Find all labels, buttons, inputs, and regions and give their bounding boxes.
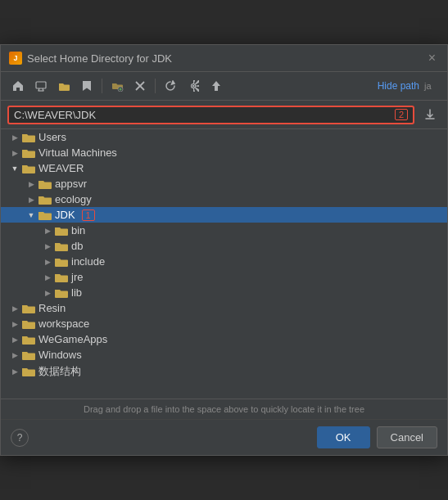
label-resin: Resin <box>38 302 66 314</box>
toolbar: Hide path ja <box>1 72 447 101</box>
tree-item-lib[interactable]: ▶ lib <box>1 285 447 300</box>
arrow-resin: ▶ <box>7 304 22 313</box>
close-button[interactable]: × <box>425 50 439 66</box>
up-btn[interactable] <box>206 76 227 96</box>
title-bar: J Select Home Directory for JDK × <box>1 45 447 72</box>
path-input[interactable] <box>14 109 390 121</box>
toolbar-separator-1 <box>102 79 102 93</box>
label-bin: bin <box>71 224 85 236</box>
folder-icon-jre <box>55 273 68 282</box>
tree-item-windows[interactable]: ▶ Windows <box>1 347 447 363</box>
path-row: 2 <box>1 101 447 129</box>
svg-marker-9 <box>172 81 175 84</box>
label-weaver: WEAVER <box>38 162 84 174</box>
tree-item-weaver[interactable]: ▼ WEAVER <box>1 160 447 176</box>
path-badge: 2 <box>395 109 408 120</box>
label-ecology: ecology <box>55 193 92 205</box>
download-btn[interactable] <box>419 105 441 124</box>
path-input-wrap: 2 <box>7 106 414 124</box>
delete-btn[interactable] <box>129 76 151 96</box>
ok-button[interactable]: OK <box>317 426 370 448</box>
folder-icon-lib <box>55 288 68 298</box>
help-button[interactable]: ? <box>11 429 29 447</box>
folder-icon-windows <box>22 350 35 360</box>
arrow-include: ▶ <box>40 258 55 266</box>
jdk-badge: 1 <box>82 209 95 221</box>
app-icon: J <box>9 52 22 65</box>
label-workspace: workspace <box>38 318 89 330</box>
label-jre: jre <box>71 271 83 283</box>
settings-btn[interactable] <box>183 76 204 96</box>
folder-icon-wegameapps <box>22 335 35 345</box>
arrow-appsvr: ▶ <box>24 180 38 188</box>
arrow-wegameapps: ▶ <box>7 336 22 344</box>
folder-icon-resin <box>22 304 35 313</box>
bookmark-btn[interactable] <box>76 76 97 96</box>
cancel-button[interactable]: Cancel <box>377 426 437 448</box>
folder-icon-users <box>22 133 35 142</box>
arrow-ecology: ▶ <box>24 196 38 204</box>
tree-item-users[interactable]: ▶ Users <box>1 129 447 145</box>
hide-path-button[interactable]: Hide path <box>374 79 423 93</box>
label-db: db <box>71 240 83 252</box>
folder-icon-include <box>55 257 68 267</box>
new-folder-btn[interactable] <box>106 76 128 96</box>
tree-item-resin[interactable]: ▶ Resin <box>1 300 447 316</box>
arrow-jre: ▶ <box>40 273 55 282</box>
tree-item-db[interactable]: ▶ db <box>1 238 447 254</box>
folder-icon-db <box>55 241 68 251</box>
home-btn[interactable] <box>7 76 29 96</box>
folder-icon-vms <box>22 148 35 158</box>
tree-item-appsvr[interactable]: ▶ appsvr <box>1 176 447 191</box>
label-jdk: JDK <box>55 209 75 221</box>
tree-item-include[interactable]: ▶ include <box>1 254 447 269</box>
tree-item-ecology[interactable]: ▶ ecology <box>1 191 447 207</box>
folder-icon-datastructures <box>22 367 35 376</box>
arrow-db: ▶ <box>40 242 55 250</box>
title-bar-left: J Select Home Directory for JDK <box>9 52 172 65</box>
extra-label: ja <box>424 81 441 91</box>
folder-icon-appsvr <box>38 179 52 189</box>
tree-item-jre[interactable]: ▶ jre <box>1 269 447 285</box>
folder-icon-weaver <box>22 164 35 173</box>
label-datastructures: 数据结构 <box>38 364 81 379</box>
label-vms: Virtual Machines <box>38 146 117 159</box>
arrow-windows: ▶ <box>7 351 22 359</box>
arrow-users: ▶ <box>7 133 22 142</box>
desktop-btn[interactable] <box>30 76 52 96</box>
arrow-bin: ▶ <box>40 227 55 235</box>
footer-actions: OK Cancel <box>317 426 437 448</box>
tree-item-bin[interactable]: ▶ bin <box>1 223 447 238</box>
label-users: Users <box>38 131 66 143</box>
tree-item-jdk[interactable]: ▼ JDK 1 <box>1 207 447 223</box>
arrow-datastructures: ▶ <box>7 367 22 376</box>
arrow-weaver: ▼ <box>7 164 22 173</box>
svg-point-12 <box>192 85 194 87</box>
label-appsvr: appsvr <box>55 178 87 190</box>
refresh-btn[interactable] <box>160 76 181 96</box>
tree-item-datastructures[interactable]: ▶ 数据结构 <box>1 363 447 381</box>
folder-open-btn[interactable] <box>53 76 75 96</box>
label-windows: Windows <box>38 349 82 361</box>
dialog-title: Select Home Directory for JDK <box>27 52 172 65</box>
label-include: include <box>71 255 105 268</box>
tree-item-wegameapps[interactable]: ▶ WeGameApps <box>1 331 447 347</box>
arrow-jdk: ▼ <box>24 211 38 219</box>
folder-icon-jdk <box>38 210 52 220</box>
arrow-lib: ▶ <box>40 289 55 297</box>
arrow-workspace: ▶ <box>7 320 22 328</box>
label-lib: lib <box>71 286 82 299</box>
drag-hint: Drag and drop a file into the space abov… <box>1 399 447 420</box>
tree-item-vms[interactable]: ▶ Virtual Machines <box>1 145 447 160</box>
label-wegameapps: WeGameApps <box>38 333 107 345</box>
file-tree[interactable]: ▶ Users ▶ Virtual Machines ▼ WEAVER ▶ ap… <box>1 129 447 399</box>
toolbar-separator-2 <box>155 79 156 93</box>
tree-item-workspace[interactable]: ▶ workspace <box>1 316 447 331</box>
folder-icon-ecology <box>38 195 52 205</box>
dialog: J Select Home Directory for JDK × <box>0 44 448 456</box>
svg-rect-0 <box>36 82 46 88</box>
dialog-footer: ? OK Cancel <box>1 420 447 455</box>
arrow-vms: ▶ <box>7 149 22 157</box>
folder-icon-bin <box>55 226 68 236</box>
folder-icon-workspace <box>22 319 35 329</box>
